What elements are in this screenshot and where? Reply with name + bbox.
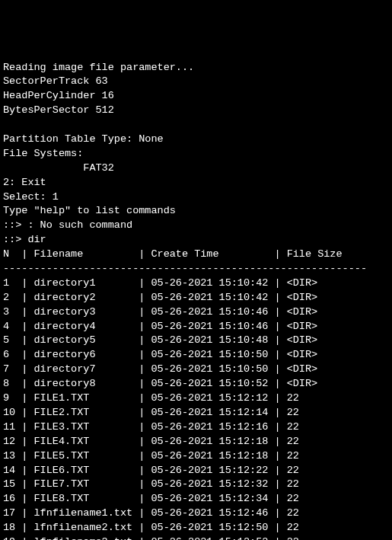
- line-spt: SectorPerTrack 63: [3, 75, 108, 87]
- line-help: Type "help" to list commands: [3, 205, 176, 216]
- line-fs-val: FAT32: [3, 162, 114, 174]
- line-exit: 2: Exit: [3, 177, 46, 188]
- separator: ----------------------------------------…: [3, 263, 367, 274]
- line-fs-label: File Systems:: [3, 148, 83, 159]
- line-nosuch: ::> : No such command: [3, 219, 132, 231]
- line-hpc: HeadPerCylinder 16: [3, 90, 114, 101]
- terminal-output: Reading image file parameter... SectorPe…: [3, 61, 389, 540]
- table-body: 1 | directory1 | 05-26-2021 15:10:42 | <…: [3, 277, 317, 540]
- line-reading: Reading image file parameter...: [3, 62, 194, 73]
- table-header: N | Filename | Create Time | File Size: [3, 248, 343, 260]
- line-bps: BytesPerSector 512: [3, 104, 114, 116]
- line-select: Select: 1: [3, 191, 59, 203]
- line-dir-cmd: ::> dir: [3, 234, 46, 245]
- line-ptt: Partition Table Type: None: [3, 133, 164, 145]
